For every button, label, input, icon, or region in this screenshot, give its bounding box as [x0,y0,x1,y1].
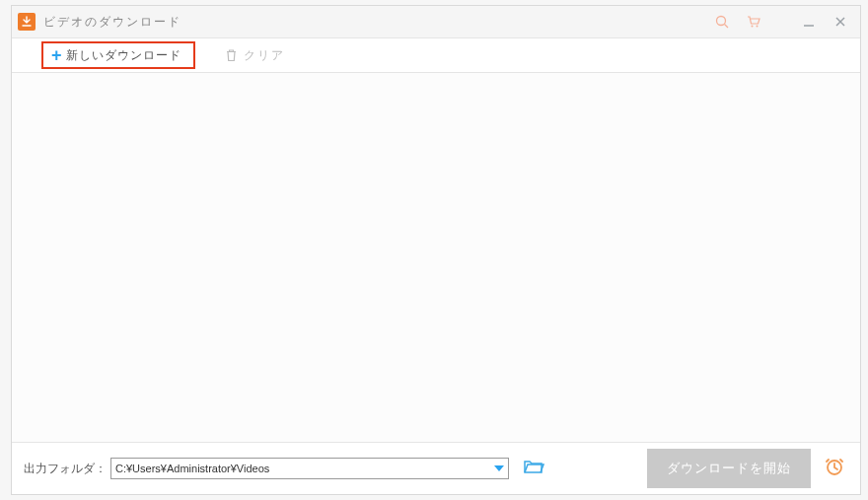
clock-icon [824,456,845,481]
clear-label: クリア [244,47,285,64]
window-title: ビデオのダウンロード [43,14,181,31]
new-download-button[interactable]: + 新しいダウンロード [41,41,195,69]
output-folder-path: C:¥Users¥Administrator¥Videos [115,463,269,474]
trash-icon [225,48,238,62]
titlebar: ビデオのダウンロード [12,6,860,37]
clear-button[interactable]: クリア [225,47,285,64]
app-window: ビデオのダウンロード + 新しいダウンロード [0,0,868,500]
svg-point-3 [757,26,759,28]
close-icon[interactable] [827,10,854,34]
minimize-icon[interactable] [795,10,823,34]
search-icon[interactable] [708,10,736,34]
chevron-down-icon [494,463,504,474]
window-chrome: ビデオのダウンロード + 新しいダウンロード [11,5,861,495]
plus-icon: + [51,45,62,66]
output-folder-label: 出力フォルダ： [24,461,107,477]
svg-marker-7 [494,465,504,471]
footer: 出力フォルダ： C:¥Users¥Administrator¥Videos ダウ… [12,442,860,494]
download-list-area [12,73,860,442]
open-folder-button[interactable] [523,459,544,478]
start-download-label: ダウンロードを開始 [667,460,791,477]
svg-point-2 [752,26,754,28]
svg-point-0 [717,17,726,26]
cart-icon[interactable] [740,10,767,34]
start-download-button[interactable]: ダウンロードを開始 [647,449,811,488]
output-folder-combo[interactable]: C:¥Users¥Administrator¥Videos [110,458,509,479]
svg-line-1 [725,25,729,29]
new-download-label: 新しいダウンロード [66,47,181,64]
toolbar: + 新しいダウンロード クリア [12,37,860,73]
schedule-button[interactable] [817,449,852,488]
folder-icon [523,459,544,478]
app-icon [18,13,36,31]
